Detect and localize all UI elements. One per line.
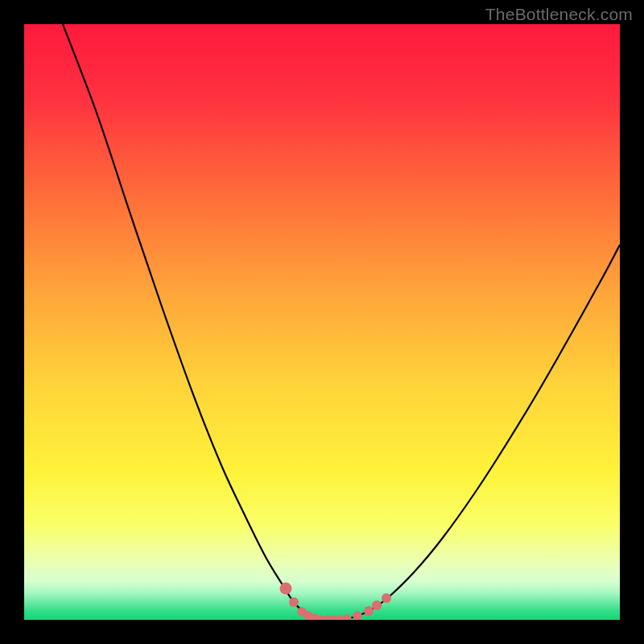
plot-svg: [24, 24, 620, 620]
dot-marker: [280, 583, 292, 595]
dot-marker: [382, 593, 391, 603]
plot-frame: [24, 24, 620, 620]
dot-marker: [353, 611, 362, 620]
dot-marker: [372, 601, 382, 610]
dot-marker: [342, 614, 352, 620]
dot-marker: [289, 597, 299, 607]
watermark-text: TheBottleneck.com: [485, 5, 633, 24]
dotted-marks-group: [280, 583, 392, 621]
primary-curve: [63, 24, 620, 620]
dot-marker: [364, 606, 374, 616]
